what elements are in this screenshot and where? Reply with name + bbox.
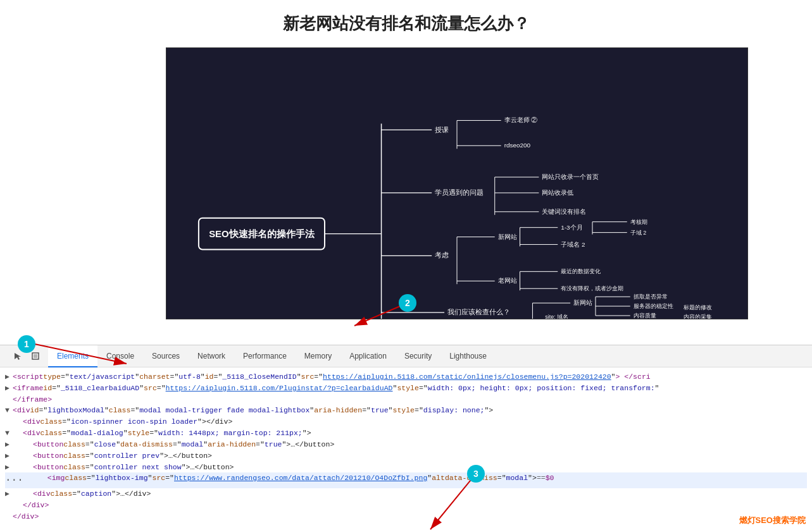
svg-text:最近的数据变化: 最近的数据变化 xyxy=(561,268,601,274)
code-line-12: </div> xyxy=(5,500,807,511)
svg-text:网站只收录一个首页: 网站只收录一个首页 xyxy=(542,173,599,180)
code-line-10: ··· <img class="lightbox-img" src="https… xyxy=(5,472,807,488)
toggle-8[interactable]: ▶ xyxy=(5,450,11,462)
svg-text:考核期: 考核期 xyxy=(630,219,647,225)
tab-performance[interactable]: Performance xyxy=(234,345,296,367)
svg-text:网站收录低: 网站收录低 xyxy=(542,189,573,196)
tab-network[interactable]: Network xyxy=(189,345,234,367)
code-line-2: ▶ <iframe id="_5118_clearbaiduAD" src="h… xyxy=(5,383,807,394)
svg-text:我们应该检查什么？: 我们应该检查什么？ xyxy=(447,308,510,316)
svg-text:site: 域名: site: 域名 xyxy=(545,314,568,319)
tab-elements[interactable]: Elements xyxy=(48,345,97,367)
code-line-6: ▼ <div class="modal-dialog" style="width… xyxy=(5,428,807,439)
devtools-tabbar: Elements Console Sources Network Perform… xyxy=(0,345,812,367)
svg-text:SEO快速排名的操作手法: SEO快速排名的操作手法 xyxy=(209,228,315,239)
svg-text:抓取是否异常: 抓取是否异常 xyxy=(634,293,668,300)
tab-security[interactable]: Security xyxy=(396,345,440,367)
top-area: 新老网站没有排名和流量怎么办？ xyxy=(0,0,812,47)
svg-text:有没有降权，或者沙盒期: 有没有降权，或者沙盒期 xyxy=(561,285,623,292)
svg-text:标题的修改: 标题的修改 xyxy=(683,304,712,311)
toggle-6[interactable]: ▼ xyxy=(5,428,11,439)
toggle-1[interactable]: ▶ xyxy=(5,371,11,383)
svg-text:子域名 2: 子域名 2 xyxy=(561,241,585,248)
code-line-5: <div class="icon-spinner icon-spin loade… xyxy=(5,416,807,428)
code-line-11: ▶ <div class="caption">…</div> xyxy=(5,488,807,500)
svg-text:子域 2: 子域 2 xyxy=(630,230,646,236)
badge-3: 3 xyxy=(467,465,485,483)
svg-text:学员遇到的问题: 学员遇到的问题 xyxy=(435,188,484,196)
svg-text:rdseo200: rdseo200 xyxy=(504,142,531,149)
code-line-8: ▶ <button class="controller prev">…</but… xyxy=(5,450,807,462)
svg-text:服务器的稳定性: 服务器的稳定性 xyxy=(634,303,673,309)
svg-text:考虑: 考虑 xyxy=(435,251,449,259)
devtools-code-panel: ▶ <script type="text/javascript" charset… xyxy=(0,367,812,530)
svg-text:新网站: 新网站 xyxy=(498,233,517,240)
toggle-2[interactable]: ▶ xyxy=(5,383,11,394)
svg-text:授课: 授课 xyxy=(435,126,449,133)
svg-text:李云老师 ②: 李云老师 ② xyxy=(504,116,538,123)
toggle-9[interactable]: ▶ xyxy=(5,462,11,473)
toggle-11[interactable]: ▶ xyxy=(5,488,11,500)
svg-rect-66 xyxy=(34,354,37,358)
badge-2: 2 xyxy=(399,294,416,312)
toggle-4[interactable]: ▼ xyxy=(5,405,11,416)
code-line-7: ▶ <button class="close" data-dismiss="mo… xyxy=(5,439,807,450)
watermark: 燃灯SEO搜索学院 xyxy=(739,515,806,526)
mindmap-container: SEO快速排名的操作手法 授课 李云老师 ② rdseo200 学员遇到的问题 … xyxy=(166,47,748,319)
code-line-9: ▶ <button class="controller next show">…… xyxy=(5,462,807,473)
svg-text:1-3个月: 1-3个月 xyxy=(561,224,582,231)
code-line-3: </iframe> xyxy=(5,394,807,405)
svg-text:老网站: 老网站 xyxy=(498,277,517,284)
code-line-4: ▼ <div id="lightboxModal" class="modal m… xyxy=(5,405,807,416)
svg-text:新网站: 新网站 xyxy=(573,299,592,306)
svg-marker-64 xyxy=(15,353,21,360)
devtools-panel: Elements Console Sources Network Perform… xyxy=(0,345,812,530)
tab-memory[interactable]: Memory xyxy=(296,345,340,367)
tab-lighthouse[interactable]: Lighthouse xyxy=(440,345,496,367)
code-line-1: ▶ <script type="text/javascript" charset… xyxy=(5,371,807,383)
svg-text:内容的采集: 内容的采集 xyxy=(684,314,712,319)
tab-sources[interactable]: Sources xyxy=(143,345,189,367)
svg-text:内容质量: 内容质量 xyxy=(634,312,656,319)
badge-1: 1 xyxy=(18,335,35,353)
code-line-13: </div> xyxy=(5,511,807,522)
tab-console[interactable]: Console xyxy=(97,345,143,367)
tab-application[interactable]: Application xyxy=(340,345,396,367)
page-title: 新老网站没有排名和流量怎么办？ xyxy=(0,13,812,35)
three-dots-menu[interactable]: ··· xyxy=(5,472,23,488)
svg-text:关键词没有排名: 关键词没有排名 xyxy=(542,208,586,215)
toggle-7[interactable]: ▶ xyxy=(5,439,11,450)
